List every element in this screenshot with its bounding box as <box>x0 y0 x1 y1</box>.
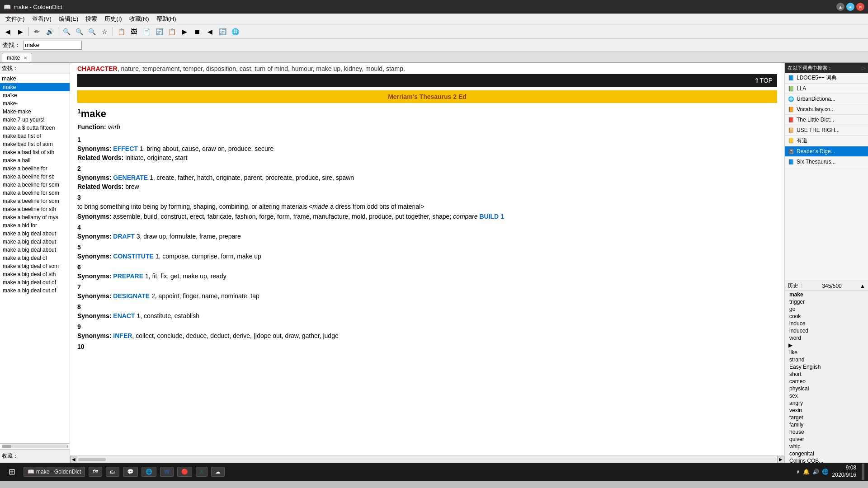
word-item-make11[interactable]: make a beeline for <box>0 164 70 173</box>
constitute-link[interactable]: CONSTITUTE <box>113 253 153 260</box>
history-item-sex[interactable]: sex <box>785 392 868 399</box>
prepare-link[interactable]: PREPARE <box>113 272 143 280</box>
history-item-physical[interactable]: physical <box>785 385 868 392</box>
history-item-like[interactable]: like <box>785 349 868 356</box>
scan-btn6[interactable]: ▶ <box>179 26 190 37</box>
minimize-button[interactable]: ▲ <box>836 3 844 11</box>
menu-file[interactable]: 文件(F) <box>2 14 28 24</box>
start-button[interactable]: ⊞ <box>4 464 20 480</box>
hscroll-right-btn[interactable]: ▶ <box>777 456 784 463</box>
word-item-make20[interactable]: make a big deal about <box>0 238 70 246</box>
scan-btn1[interactable]: 📋 <box>115 26 127 37</box>
history-item-collins[interactable]: Collins COB... <box>785 457 868 463</box>
taskbar-app-word[interactable]: W <box>160 467 173 477</box>
history-item-strand[interactable]: strand <box>785 356 868 363</box>
tray-notification[interactable]: 🔔 <box>803 469 810 475</box>
maximize-button[interactable]: ● <box>846 3 854 11</box>
history-item-make[interactable]: make <box>785 291 868 298</box>
close-button[interactable]: ✕ <box>856 3 864 11</box>
menu-help[interactable]: 帮助(H) <box>153 14 180 24</box>
scan-btn8[interactable]: ◀ <box>204 26 216 37</box>
history-item-cameo[interactable]: cameo <box>785 378 868 385</box>
scan-btn3[interactable]: 📄 <box>141 26 152 37</box>
word-item-make18[interactable]: make a bid for <box>0 221 70 230</box>
word-item-make4[interactable]: Make-make <box>0 108 70 116</box>
audio-button[interactable]: 🔊 <box>44 26 56 37</box>
word-item-make25[interactable]: make a big deal out of <box>0 278 70 286</box>
taskbar-app-excel[interactable]: X <box>196 467 208 477</box>
right-panel-expand[interactable]: ▷ <box>862 65 865 71</box>
word-item-make[interactable]: make <box>0 83 70 91</box>
history-up-arrow[interactable]: ▲ <box>860 283 865 289</box>
menu-edit[interactable]: 编辑(E) <box>55 14 82 24</box>
word-list-search-input[interactable] <box>0 74 70 83</box>
history-item-induced[interactable]: induced <box>785 327 868 334</box>
dict-item-urban[interactable]: 🌐 UrbanDictiona... <box>785 94 868 104</box>
word-item-make2[interactable]: ma'ke <box>0 91 70 99</box>
dict-item-readers[interactable]: 📓 Reader's Dige... <box>785 146 868 157</box>
tray-network[interactable]: 🌐 <box>822 469 829 475</box>
history-item-whip[interactable]: whip <box>785 443 868 450</box>
star-button[interactable]: ☆ <box>99 26 110 37</box>
taskbar-app-wechat[interactable]: 💬 <box>123 467 138 477</box>
clock[interactable]: 9:08 2020/9/16 <box>832 465 856 479</box>
hscroll-left-btn[interactable]: ◀ <box>70 456 77 463</box>
enact-link[interactable]: ENACT <box>113 312 135 319</box>
history-item-cook[interactable]: cook <box>785 313 868 320</box>
history-item-induce[interactable]: induce <box>785 320 868 327</box>
word-item-make3[interactable]: make- <box>0 99 70 108</box>
word-item-make19[interactable]: make a big deal about <box>0 230 70 238</box>
draft-link[interactable]: DRAFT <box>113 233 134 240</box>
word-item-make5[interactable]: make 7-up yours! <box>0 116 70 124</box>
scan-btn4[interactable]: 🔄 <box>153 26 165 37</box>
taskbar-app-map[interactable]: 🗺 <box>89 467 102 477</box>
build1-link[interactable]: BUILD 1 <box>479 213 504 220</box>
zoom-reset-button[interactable]: 🔍 <box>86 26 98 37</box>
dict-item-lla[interactable]: 📗 LLA <box>785 84 868 94</box>
history-item-vexin[interactable]: vexin <box>785 407 868 414</box>
word-item-make9[interactable]: make a bad fist of sth <box>0 148 70 156</box>
word-item-make7[interactable]: make bad fist of <box>0 132 70 140</box>
history-item-quiver[interactable]: quiver <box>785 436 868 443</box>
zoom-in-button[interactable]: 🔍 <box>73 26 85 37</box>
tab-close-button[interactable]: ✕ <box>24 56 27 61</box>
menu-history[interactable]: 历史(I) <box>101 14 125 24</box>
word-item-make10[interactable]: make a ball <box>0 156 70 164</box>
history-item-easyenglish[interactable]: Easy English <box>785 363 868 371</box>
word-item-make13[interactable]: make a beeline for som <box>0 181 70 189</box>
designate-link[interactable]: DESIGNATE <box>113 292 150 300</box>
edit-button[interactable]: ✏ <box>31 26 43 37</box>
history-item-trigger[interactable]: trigger <box>785 298 868 305</box>
dict-item-vocab[interactable]: 📙 Vocabulary.co... <box>785 104 868 115</box>
back-button[interactable]: ◀ <box>2 26 14 37</box>
menu-view[interactable]: 查看(V) <box>28 14 55 24</box>
taskbar-app-files[interactable]: 🗂 <box>106 467 119 477</box>
history-item-family[interactable]: family <box>785 421 868 428</box>
zoom-out-button[interactable]: 🔍 <box>61 26 72 37</box>
show-desktop-button[interactable] <box>862 464 864 480</box>
dict-item-useright[interactable]: 📔 USE THE RIGH... <box>785 125 868 136</box>
scan-btn5[interactable]: 📋 <box>166 26 178 37</box>
word-item-make21[interactable]: make a big deal about <box>0 246 70 254</box>
word-item-make14[interactable]: make a beeline for som <box>0 189 70 197</box>
menu-search[interactable]: 搜索 <box>82 14 101 24</box>
history-item-short[interactable]: short <box>785 371 868 378</box>
search-input[interactable] <box>23 41 82 50</box>
taskbar-app-browser[interactable]: 🌐 <box>142 467 156 477</box>
word-item-make22[interactable]: make a big deal of <box>0 254 70 262</box>
menu-bookmarks[interactable]: 收藏(R) <box>126 14 153 24</box>
history-item-house[interactable]: house <box>785 428 868 436</box>
horizontal-scrollbar[interactable]: ◀ ▶ <box>70 455 784 463</box>
dict-item-ldoce5[interactable]: 📘 LDOCE5++ 词典 <box>785 73 868 84</box>
word-item-make8[interactable]: make bad fist of som <box>0 140 70 148</box>
word-item-make6[interactable]: make a $ outta fifteen <box>0 124 70 132</box>
infer-link[interactable]: INFER <box>113 332 132 339</box>
word-item-make12[interactable]: make a beeline for sb <box>0 173 70 181</box>
history-item-target[interactable]: target <box>785 414 868 421</box>
tab-make[interactable]: make ✕ <box>2 53 32 62</box>
word-item-make23[interactable]: make a big deal of som <box>0 262 70 270</box>
generate-link[interactable]: GENERATE <box>113 174 148 181</box>
scan-btn7[interactable]: ⏹ <box>191 26 203 37</box>
tray-expand[interactable]: ∧ <box>796 469 800 475</box>
scan-btn2[interactable]: 🖼 <box>128 26 140 37</box>
